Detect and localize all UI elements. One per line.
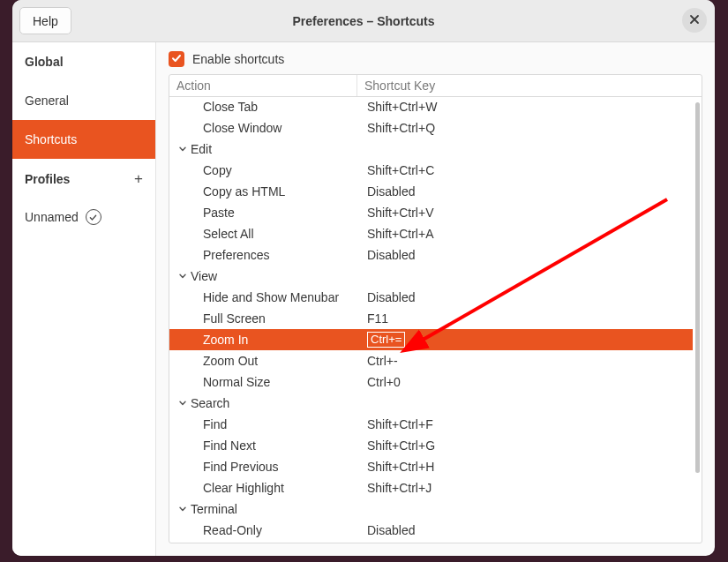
action-cell: Find Previous [178, 460, 367, 474]
table-row[interactable]: Close TabShift+Ctrl+W [169, 97, 693, 117]
group-row[interactable]: Edit [169, 139, 693, 160]
check-icon [171, 52, 182, 66]
shortcut-label: Ctrl+0 [367, 375, 401, 389]
action-label: Clear Highlight [203, 481, 284, 495]
profile-label: Unnamed [25, 210, 79, 224]
table-row[interactable]: Copy as HTMLDisabled [169, 181, 693, 202]
group-row[interactable]: Search [169, 393, 693, 414]
shortcut-cell: Shift+Ctrl+F [367, 417, 693, 431]
close-button[interactable] [682, 8, 707, 33]
action-label: Find Next [203, 438, 256, 453]
shortcut-label: Shift+Ctrl+W [367, 100, 437, 114]
main-pane: Enable shortcuts Action Shortcut Key New… [156, 42, 715, 556]
shortcut-label: Shift+Ctrl+Q [367, 121, 435, 135]
shortcut-label: Shift+Ctrl+J [367, 481, 432, 495]
shortcut-cell: Shift+Ctrl+J [367, 481, 693, 495]
titlebar: Help Preferences – Shortcuts [12, 0, 715, 42]
sidebar-heading-profiles: Profiles + [12, 159, 155, 198]
group-row[interactable]: Terminal [169, 498, 693, 520]
shortcut-cell: Shift+Ctrl+H [367, 460, 693, 474]
table-row[interactable]: PreferencesDisabled [169, 244, 693, 266]
enable-shortcuts-checkbox[interactable] [169, 51, 184, 67]
action-cell: Copy [178, 163, 367, 177]
table-row[interactable]: Zoom InCtrl+= [169, 329, 693, 350]
action-label: Find Previous [203, 460, 279, 474]
scrollbar[interactable] [695, 102, 700, 473]
enable-shortcuts-label: Enable shortcuts [192, 52, 284, 66]
action-cell: Zoom Out [178, 354, 367, 368]
chevron-down-icon[interactable] [178, 505, 187, 513]
table-row[interactable]: Find NextShift+Ctrl+G [169, 435, 693, 456]
action-cell: Find [178, 417, 367, 431]
sidebar-item-general[interactable]: General [12, 81, 155, 120]
action-label: Close Window [203, 121, 281, 135]
shortcut-cell: Shift+Ctrl+G [367, 438, 693, 453]
shortcut-cell: Shift+Ctrl+Q [367, 121, 693, 135]
chevron-down-icon[interactable] [178, 399, 187, 408]
shortcut-label: Shift+Ctrl+F [367, 417, 433, 431]
shortcut-cell: Ctrl+0 [367, 375, 693, 389]
shortcut-cell: Disabled [367, 248, 693, 262]
table-row[interactable]: CopyShift+Ctrl+C [169, 160, 693, 181]
action-cell: Full Screen [178, 311, 367, 326]
action-label: Select All [203, 227, 254, 241]
profiles-label: Profiles [25, 172, 70, 186]
action-label: Search [191, 396, 229, 410]
action-label: Zoom Out [203, 354, 258, 368]
column-action[interactable]: Action [169, 75, 357, 96]
action-label: Copy as HTML [203, 184, 285, 199]
column-shortcut-key[interactable]: Shortcut Key [357, 75, 702, 96]
table-row[interactable]: Close WindowShift+Ctrl+Q [169, 117, 693, 139]
action-cell: Paste [178, 206, 367, 220]
action-cell: View [178, 269, 342, 283]
action-cell: Close Window [178, 121, 367, 135]
table-row[interactable]: Hide and Show MenubarDisabled [169, 287, 693, 308]
table-row[interactable]: Normal SizeCtrl+0 [169, 371, 693, 393]
shortcut-label: Disabled [367, 290, 415, 304]
enable-shortcuts-row[interactable]: Enable shortcuts [156, 42, 715, 74]
action-label: Close Tab [203, 100, 258, 114]
table-row[interactable]: PasteShift+Ctrl+V [169, 202, 693, 223]
group-row[interactable]: View [169, 266, 693, 287]
shortcut-cell: Shift+Ctrl+V [367, 206, 693, 220]
close-icon [689, 13, 700, 27]
help-button[interactable]: Help [19, 7, 71, 34]
table-row[interactable]: FindShift+Ctrl+F [169, 414, 693, 435]
action-cell: Edit [178, 142, 342, 156]
shortcut-cell: Shift+Ctrl+W [367, 100, 693, 114]
sidebar-profile-unnamed[interactable]: Unnamed [12, 198, 155, 236]
table-row[interactable]: Read-OnlyDisabled [169, 520, 693, 541]
shortcut-label: Shift+Ctrl+G [367, 438, 435, 453]
sidebar: Global General Shortcuts Profiles + Unna… [12, 42, 156, 556]
sidebar-item-shortcuts[interactable]: Shortcuts [12, 120, 155, 159]
shortcut-label: Disabled [367, 184, 415, 199]
shortcut-label: Disabled [367, 523, 415, 537]
shortcut-cell: Shift+Ctrl+A [367, 227, 693, 241]
action-label: Zoom In [203, 333, 248, 347]
action-label: View [191, 269, 217, 283]
shortcut-edit-field[interactable]: Ctrl+= [367, 332, 405, 348]
table-row[interactable]: Full ScreenF11 [169, 308, 693, 329]
table-row[interactable]: Clear HighlightShift+Ctrl+J [169, 477, 693, 498]
shortcut-label: Shift+Ctrl+C [367, 163, 434, 177]
action-label: Preferences [203, 248, 269, 262]
action-label: Terminal [191, 502, 237, 516]
add-profile-button[interactable]: + [134, 170, 143, 188]
table-row[interactable]: Select AllShift+Ctrl+A [169, 223, 693, 244]
shortcut-label: Shift+Ctrl+H [367, 460, 434, 474]
shortcut-label: F11 [367, 311, 388, 326]
action-cell: Zoom In [178, 333, 367, 347]
action-cell: Hide and Show Menubar [178, 290, 367, 304]
table-row[interactable]: Find PreviousShift+Ctrl+H [169, 456, 693, 477]
action-cell: Find Next [178, 438, 367, 453]
action-cell: Clear Highlight [178, 481, 367, 495]
action-cell: Close Tab [178, 100, 367, 114]
chevron-down-icon[interactable] [178, 272, 187, 281]
shortcut-label: Disabled [367, 248, 415, 262]
preferences-window: Help Preferences – Shortcuts Global Gene… [12, 0, 715, 556]
chevron-down-icon[interactable] [178, 145, 187, 154]
table-body: New WindowShift+Ctrl+NClose TabShift+Ctr… [169, 97, 693, 543]
action-cell: Search [178, 396, 342, 410]
table-row[interactable]: Zoom OutCtrl+- [169, 350, 693, 371]
action-cell: Preferences [178, 248, 367, 262]
